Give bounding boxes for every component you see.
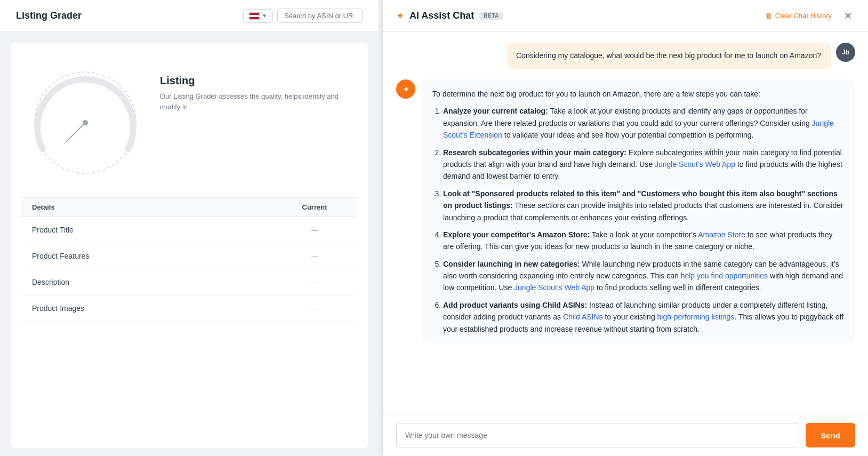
gauge-center bbox=[83, 120, 88, 125]
close-icon: ✕ bbox=[844, 10, 852, 22]
flag-dropdown[interactable]: ▼ bbox=[243, 9, 273, 23]
product-title-value: — bbox=[283, 226, 347, 234]
ai-chat-panel: ✦ AI Assist Chat BETA 🗑 Clear Chat Histo… bbox=[383, 0, 868, 456]
product-images-label: Product Images bbox=[32, 304, 283, 313]
gauge-section: Listing Our Listing Grader assesses the … bbox=[21, 53, 357, 192]
details-table-header: Details Current bbox=[21, 198, 357, 217]
listing-grade-title: Listing bbox=[160, 75, 352, 87]
product-features-label: Product Features bbox=[32, 252, 283, 260]
clear-history-label: Clear Chat History bbox=[775, 12, 832, 20]
listing-grader-main: Listing Our Listing Grader assesses the … bbox=[11, 43, 368, 448]
highlight: Amazon Store bbox=[698, 230, 745, 239]
listing-grade-desc: Our Listing Grader assesses the quality,… bbox=[160, 91, 352, 112]
list-item: Look at "Sponsored products related to t… bbox=[443, 188, 845, 223]
ai-assist-icon: ✦ bbox=[396, 10, 404, 22]
step-title: Analyze your current catalog: bbox=[443, 107, 548, 115]
step-title: Research subcategories within your main … bbox=[443, 148, 626, 157]
chat-messages[interactable]: Considering my catalogue, what would be … bbox=[383, 32, 868, 414]
list-item: Research subcategories within your main … bbox=[443, 147, 845, 182]
chat-header-actions: 🗑 Clear Chat History ✕ bbox=[765, 9, 855, 23]
ai-avatar: ✦ bbox=[396, 79, 415, 99]
list-item: Add product variants using Child ASINs: … bbox=[443, 299, 845, 335]
user-message-row: Considering my catalogue, what would be … bbox=[396, 43, 855, 69]
ai-message-row: ✦ To determine the next big product for … bbox=[396, 79, 855, 343]
gauge-needle bbox=[67, 123, 85, 141]
ai-icon-symbol: ✦ bbox=[403, 84, 409, 94]
highlight: high-performing listings bbox=[657, 313, 735, 321]
product-title-label: Product Title bbox=[32, 226, 283, 234]
gauge-track bbox=[37, 79, 133, 149]
list-item: Analyze your current catalog: Take a loo… bbox=[443, 105, 845, 141]
chat-title: AI Assist Chat bbox=[409, 10, 474, 21]
highlight: Child ASINs bbox=[563, 313, 603, 321]
step-title: Look at "Sponsored products related to t… bbox=[443, 189, 838, 210]
details-table: Details Current Product Title — Product … bbox=[21, 197, 357, 322]
user-avatar: Jb bbox=[836, 43, 855, 62]
step-title: Explore your competitor's Amazon Store: bbox=[443, 230, 590, 239]
table-row: Product Images — bbox=[21, 295, 357, 322]
us-flag-icon bbox=[249, 12, 260, 20]
trash-icon: 🗑 bbox=[765, 12, 772, 20]
list-item: Consider launching in new categories: Wh… bbox=[443, 258, 845, 294]
table-row: Product Title — bbox=[21, 217, 357, 243]
listing-grade-info: Listing Our Listing Grader assesses the … bbox=[160, 64, 352, 112]
col-current-label: Current bbox=[283, 203, 347, 211]
ai-steps-list: Analyze your current catalog: Take a loo… bbox=[432, 105, 845, 335]
table-row: Description — bbox=[21, 269, 357, 295]
chat-input-area: Send bbox=[383, 414, 868, 456]
listing-grader-header: Listing Grader ▼ bbox=[0, 0, 379, 32]
listing-grader-title: Listing Grader bbox=[16, 10, 82, 21]
step-title: Consider launching in new categories: bbox=[443, 260, 580, 268]
gauge-svg bbox=[27, 64, 144, 181]
gauge-container bbox=[27, 64, 144, 181]
table-row: Product Features — bbox=[21, 243, 357, 269]
ai-intro-text: To determine the next big product for yo… bbox=[432, 88, 845, 100]
chat-header: ✦ AI Assist Chat BETA 🗑 Clear Chat Histo… bbox=[383, 0, 868, 32]
clear-history-button[interactable]: 🗑 Clear Chat History bbox=[765, 12, 832, 20]
highlight: help you find opportunities bbox=[681, 271, 768, 280]
search-area: ▼ bbox=[243, 9, 363, 23]
message-input[interactable] bbox=[396, 423, 799, 447]
list-item: Explore your competitor's Amazon Store: … bbox=[443, 229, 845, 253]
search-input[interactable] bbox=[277, 9, 363, 23]
ai-message-bubble: To determine the next big product for yo… bbox=[422, 79, 855, 343]
highlight: Jungle Scout's Extension bbox=[443, 119, 834, 139]
close-chat-button[interactable]: ✕ bbox=[840, 9, 855, 23]
highlight: Jungle Scout's Web App bbox=[514, 283, 594, 292]
dropdown-arrow-icon: ▼ bbox=[262, 13, 267, 19]
product-images-value: — bbox=[283, 305, 347, 313]
highlight: Jungle Scout's Web App bbox=[655, 160, 735, 169]
user-message-bubble: Considering my catalogue, what would be … bbox=[507, 43, 831, 69]
description-label: Description bbox=[32, 278, 283, 286]
product-features-value: — bbox=[283, 252, 347, 260]
step-title: Add product variants using Child ASINs: bbox=[443, 301, 587, 309]
col-details-label: Details bbox=[32, 203, 283, 211]
left-panel: Listing Grader ▼ bbox=[0, 0, 379, 456]
beta-badge: BETA bbox=[479, 12, 503, 20]
send-button[interactable]: Send bbox=[806, 423, 855, 447]
description-value: — bbox=[283, 278, 347, 286]
chat-title-area: ✦ AI Assist Chat BETA bbox=[396, 10, 503, 22]
